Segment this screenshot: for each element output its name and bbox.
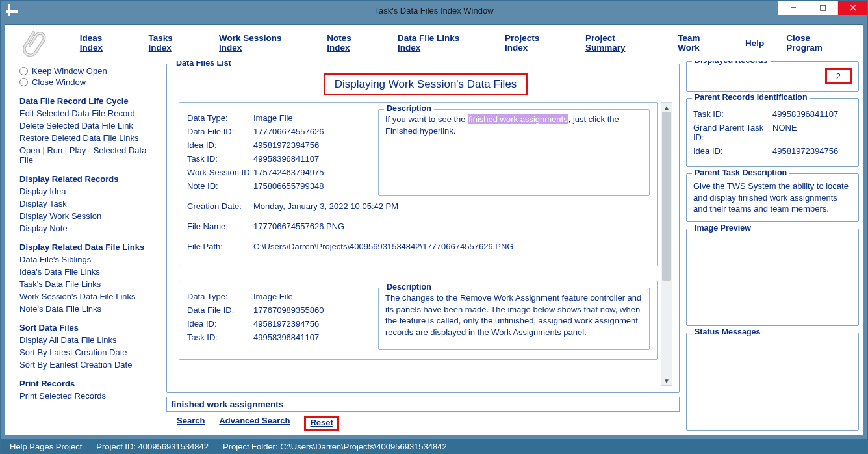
value-file-name: 177706674557626.PNG <box>253 221 650 231</box>
scroll-thumb[interactable] <box>662 112 671 281</box>
nav-display-all-links[interactable]: Display All Data File Links <box>19 335 161 345</box>
window-buttons <box>778 1 867 15</box>
label-data-type: Data Type: <box>187 292 253 301</box>
label-data-type: Data Type: <box>187 113 253 123</box>
client-area: Ideas Index Tasks Index Work Sessions In… <box>5 24 863 435</box>
description-text: If you want to see the finished work ass… <box>385 114 643 136</box>
records-scrollbar[interactable]: ▲ ▼ <box>661 102 672 386</box>
value-ws-id: 175742463794975 <box>253 168 324 177</box>
nav-ws-links[interactable]: Work Session's Data File Links <box>19 292 161 301</box>
parent-task-desc-title: Parent Task Description <box>692 168 789 177</box>
label-ws-id: Work Session ID: <box>187 168 253 177</box>
value-data-type: Image File <box>253 292 293 301</box>
value-task-id: 49958396841107 <box>772 109 838 119</box>
nav-head-print: Print Records <box>19 379 161 388</box>
scroll-up-icon[interactable]: ▲ <box>661 103 672 112</box>
description-box: Description If you want to see the finis… <box>378 109 650 196</box>
advanced-search-link[interactable]: Advanced Search <box>219 416 290 431</box>
value-idea-id: 49581972394756 <box>253 140 319 150</box>
body: Keep Window Open Close Window Data File … <box>5 61 863 435</box>
search-link[interactable]: Search <box>177 416 205 431</box>
maximize-button[interactable] <box>808 1 837 15</box>
nav-head-lifecycle: Data File Record Life Cycle <box>19 96 161 106</box>
data-files-list-group: Data Files List Displaying Work Session'… <box>166 64 680 393</box>
menu-data-file-links-index[interactable]: Data File Links Index <box>398 33 483 53</box>
value-file-path: C:\Users\Darren\Projects\400956931534842… <box>253 242 650 251</box>
nav-siblings[interactable]: Data File's Siblings <box>19 255 161 264</box>
label-note-id: Note ID: <box>187 181 253 191</box>
statusbar: Help Pages Project Project ID: 400956931… <box>1 439 867 453</box>
menu-project-summary[interactable]: Project Summary <box>585 33 656 53</box>
description-box: Description The changes to the Remove Wo… <box>378 288 650 350</box>
parent-task-description-group: Parent Task Description Give the TWS Sys… <box>686 173 859 222</box>
label-grandparent-task-id: Grand Parent Task ID: <box>693 123 772 142</box>
nav-sort-latest[interactable]: Sort By Latest Creation Date <box>19 347 161 357</box>
record-item[interactable]: Data Type:Image File Data File ID:177670… <box>179 281 658 360</box>
search-input[interactable] <box>166 397 680 412</box>
reset-link[interactable]: Reset <box>310 418 333 427</box>
menu-help[interactable]: Help <box>745 38 764 48</box>
nav-edit-record[interactable]: Edit Selected Data File Record <box>19 108 161 118</box>
nav-task-links[interactable]: Task's Data File Links <box>19 279 161 289</box>
parent-records-id-group: Parent Records Identification Task ID:49… <box>686 98 859 167</box>
status-project-id: Project ID: 400956931534842 <box>96 442 209 451</box>
group-title: Data Files List <box>173 61 234 68</box>
menu-ideas-index[interactable]: Ideas Index <box>80 33 127 53</box>
titlebar: Task's Data Files Index Window <box>1 1 867 20</box>
value-creation-date: Monday, January 3, 2022 10:05:42 PM <box>253 201 650 211</box>
nav-idea-links[interactable]: Idea's Data File Links <box>19 267 161 277</box>
label-file-name: File Name: <box>187 221 253 231</box>
close-window-radio[interactable]: Close Window <box>19 77 161 87</box>
displayed-records-title: Displayed Records <box>692 61 771 65</box>
label-idea-id: Idea ID: <box>187 140 253 150</box>
status-project-folder: Project Folder: C:\Users\Darren\Projects… <box>223 442 447 451</box>
nav-sort-earliest[interactable]: Sort By Earilest Creation Date <box>19 360 161 370</box>
label-task-id: Task ID: <box>187 154 253 164</box>
nav-note-links[interactable]: Note's Data File Links <box>19 304 161 314</box>
displayed-records-group: Displayed Records 2 <box>686 61 859 92</box>
center-panel: Data Files List Displaying Work Session'… <box>166 61 685 435</box>
menu-close-program[interactable]: Close Program <box>786 33 847 53</box>
image-preview-group: Image Preview <box>686 229 859 326</box>
description-text: The changes to the Remove Work Assignmen… <box>385 292 643 338</box>
description-label: Description <box>384 283 434 292</box>
menu-team-work[interactable]: Team Work <box>678 33 723 53</box>
nav-delete-link[interactable]: Delete Selected Data File Link <box>19 121 161 131</box>
parent-records-id-title: Parent Records Identification <box>692 93 810 102</box>
menubar: Ideas Index Tasks Index Work Sessions In… <box>5 25 863 61</box>
label-idea-id: Idea ID: <box>693 146 772 156</box>
value-task-id: 49958396841107 <box>253 333 319 342</box>
keep-window-open-radio[interactable]: Keep Window Open <box>19 66 161 76</box>
right-panel: Displayed Records 2 Parent Records Ident… <box>685 61 863 435</box>
menu-projects-index[interactable]: Projects Index <box>505 33 563 53</box>
window-title: Task's Data Files Index Window <box>1 6 867 16</box>
value-data-type: Image File <box>253 113 293 123</box>
nav-display-note[interactable]: Display Note <box>19 223 161 233</box>
nav-print-selected[interactable]: Print Selected Records <box>19 391 161 401</box>
label-creation-date: Creation Date: <box>187 201 253 211</box>
nav-head-sort: Sort Data Files <box>19 323 161 333</box>
nav-display-idea[interactable]: Display Idea <box>19 186 161 196</box>
app-window: Task's Data Files Index Window Ideas Ind… <box>0 0 868 454</box>
value-note-id: 175806655799348 <box>253 181 324 191</box>
menu-notes-index[interactable]: Notes Index <box>327 33 376 53</box>
records-viewport: Data Type:Image File Data File ID:177706… <box>179 102 672 386</box>
nav-display-work-session[interactable]: Display Work Session <box>19 211 161 221</box>
menu-tasks-index[interactable]: Tasks Index <box>149 33 197 53</box>
value-task-id: 49958396841107 <box>253 154 319 164</box>
nav-head-related: Display Related Records <box>19 174 161 184</box>
paperclip-icon <box>21 30 51 56</box>
nav-restore-links[interactable]: Restore Deleted Data File Links <box>19 133 161 143</box>
close-button[interactable] <box>837 1 867 15</box>
nav-display-task[interactable]: Display Task <box>19 199 161 208</box>
label-data-file-id: Data File ID: <box>187 305 253 315</box>
scroll-down-icon[interactable]: ▼ <box>661 376 672 385</box>
records-list: Data Type:Image File Data File ID:177706… <box>179 102 658 386</box>
record-item[interactable]: Data Type:Image File Data File ID:177706… <box>179 102 658 266</box>
menu-work-sessions-index[interactable]: Work Sessions Index <box>219 33 305 53</box>
status-messages-title: Status Messages <box>692 327 763 336</box>
parent-task-desc-text: Give the TWS System the ability to locat… <box>693 181 852 215</box>
minimize-button[interactable] <box>778 1 808 15</box>
nav-head-links: Display Related Data File Links <box>19 242 161 252</box>
nav-open-run-play[interactable]: Open | Run | Play - Selected Data File <box>19 145 161 165</box>
